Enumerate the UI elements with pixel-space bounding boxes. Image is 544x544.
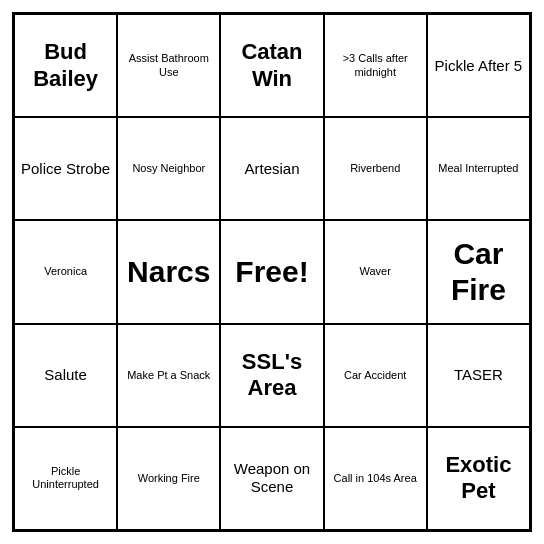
bingo-cell-r4c4[interactable]: Exotic Pet — [427, 427, 530, 530]
bingo-cell-r3c0[interactable]: Salute — [14, 324, 117, 427]
cell-label: Artesian — [244, 160, 299, 178]
cell-label: >3 Calls after midnight — [329, 52, 422, 78]
bingo-cell-r2c0[interactable]: Veronica — [14, 220, 117, 323]
bingo-cell-r0c2[interactable]: Catan Win — [220, 14, 323, 117]
bingo-cell-r4c0[interactable]: Pickle Uninterrupted — [14, 427, 117, 530]
cell-label: Nosy Neighbor — [132, 162, 205, 175]
cell-label: SSL's Area — [225, 349, 318, 402]
bingo-board: Bud BaileyAssist Bathroom UseCatan Win>3… — [12, 12, 532, 532]
bingo-cell-r1c1[interactable]: Nosy Neighbor — [117, 117, 220, 220]
cell-label: Meal Interrupted — [438, 162, 518, 175]
bingo-cell-r3c3[interactable]: Car Accident — [324, 324, 427, 427]
cell-label: Call in 104s Area — [334, 472, 417, 485]
bingo-cell-r0c0[interactable]: Bud Bailey — [14, 14, 117, 117]
bingo-cell-r4c1[interactable]: Working Fire — [117, 427, 220, 530]
cell-label: Waver — [360, 265, 391, 278]
cell-label: Make Pt a Snack — [127, 369, 210, 382]
bingo-cell-r4c3[interactable]: Call in 104s Area — [324, 427, 427, 530]
cell-label: Riverbend — [350, 162, 400, 175]
cell-label: Car Fire — [432, 236, 525, 308]
cell-label: Pickle Uninterrupted — [19, 465, 112, 491]
bingo-cell-r1c4[interactable]: Meal Interrupted — [427, 117, 530, 220]
bingo-cell-r3c1[interactable]: Make Pt a Snack — [117, 324, 220, 427]
bingo-cell-r1c2[interactable]: Artesian — [220, 117, 323, 220]
cell-label: Free! — [235, 254, 308, 290]
bingo-cell-r4c2[interactable]: Weapon on Scene — [220, 427, 323, 530]
cell-label: Car Accident — [344, 369, 406, 382]
cell-label: Weapon on Scene — [225, 460, 318, 496]
bingo-cell-r2c4[interactable]: Car Fire — [427, 220, 530, 323]
cell-label: Narcs — [127, 254, 210, 290]
cell-label: Veronica — [44, 265, 87, 278]
bingo-cell-r3c4[interactable]: TASER — [427, 324, 530, 427]
bingo-cell-r2c2[interactable]: Free! — [220, 220, 323, 323]
cell-label: Pickle After 5 — [435, 57, 523, 75]
cell-label: Exotic Pet — [432, 452, 525, 505]
cell-label: Bud Bailey — [19, 39, 112, 92]
bingo-cell-r3c2[interactable]: SSL's Area — [220, 324, 323, 427]
bingo-cell-r1c3[interactable]: Riverbend — [324, 117, 427, 220]
cell-label: TASER — [454, 366, 503, 384]
bingo-cell-r0c4[interactable]: Pickle After 5 — [427, 14, 530, 117]
bingo-cell-r1c0[interactable]: Police Strobe — [14, 117, 117, 220]
bingo-cell-r2c1[interactable]: Narcs — [117, 220, 220, 323]
bingo-cell-r0c3[interactable]: >3 Calls after midnight — [324, 14, 427, 117]
cell-label: Salute — [44, 366, 87, 384]
cell-label: Assist Bathroom Use — [122, 52, 215, 78]
bingo-cell-r0c1[interactable]: Assist Bathroom Use — [117, 14, 220, 117]
cell-label: Working Fire — [138, 472, 200, 485]
cell-label: Catan Win — [225, 39, 318, 92]
bingo-cell-r2c3[interactable]: Waver — [324, 220, 427, 323]
cell-label: Police Strobe — [21, 160, 110, 178]
